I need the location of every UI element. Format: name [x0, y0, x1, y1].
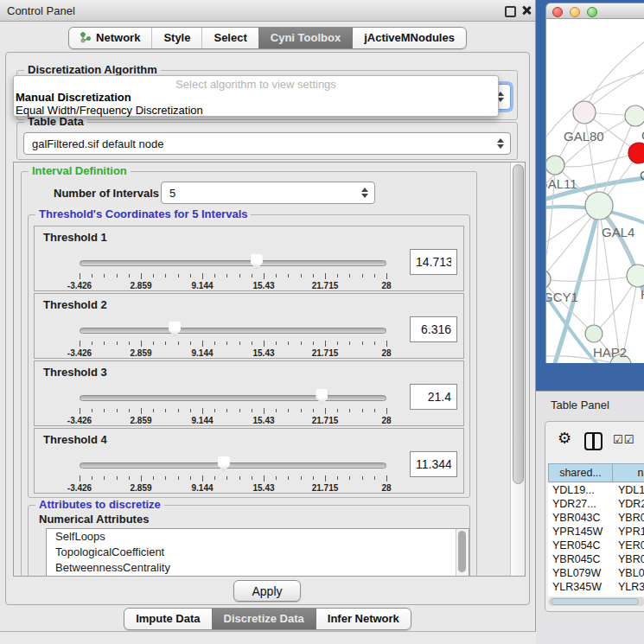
cell-name[interactable]: YIL0	[613, 594, 644, 596]
attributes-scrollbar-thumb[interactable]	[458, 531, 466, 572]
table-row[interactable]: YPR145WYPR1	[548, 525, 644, 539]
table-row[interactable]: YBR045CYBR0	[548, 552, 644, 566]
settings-vertical-scrollbar[interactable]	[510, 163, 525, 576]
slider-handle[interactable]	[169, 322, 181, 337]
attribute-list-item[interactable]: SelfLoops	[47, 529, 469, 545]
tick-minor	[165, 476, 166, 480]
threshold-3-slider[interactable]: -3.4262.8599.14415.4321.71528	[80, 389, 386, 425]
slider-handle[interactable]	[218, 456, 230, 472]
tick-minor	[288, 409, 289, 412]
threshold-2-slider[interactable]: -3.4262.8599.14415.4321.71528	[80, 322, 386, 358]
attribute-list-item[interactable]: TopologicalCoefficient	[47, 545, 469, 560]
column-header-shared-name[interactable]: shared...	[548, 463, 613, 482]
tab-select[interactable]: Select	[201, 28, 258, 48]
table-row[interactable]: YIL052CYIL0	[548, 594, 644, 596]
cell-shared-name[interactable]: YPR145W	[548, 525, 613, 539]
cell-name[interactable]: YBL0	[613, 566, 644, 580]
network-edge[interactable]	[546, 73, 644, 137]
network-canvas[interactable]: GAL80GACGAL11GAL4GCY1HHAP2	[545, 19, 644, 363]
table-row[interactable]: YER054CYER0	[548, 539, 644, 552]
tab-network-label: Network	[96, 31, 140, 44]
cell-name[interactable]: YDR2	[613, 497, 644, 511]
select-columns-icon[interactable]: ☑☑	[613, 433, 634, 446]
close-icon[interactable]	[521, 5, 532, 16]
slider-handle[interactable]	[251, 254, 263, 270]
algorithm-option-manual[interactable]: Manual Discretization	[14, 91, 498, 104]
slider-track[interactable]	[80, 328, 386, 334]
cell-name[interactable]: YDL1	[613, 483, 644, 497]
columns-icon[interactable]	[584, 432, 603, 450]
tab-cyni-toolbox[interactable]: Cyni Toolbox	[258, 28, 352, 48]
threshold-1-slider[interactable]: -3.4262.8599.14415.4321.71528	[80, 254, 386, 290]
cell-name[interactable]: YBR0	[613, 552, 644, 566]
cell-shared-name[interactable]: YDL19...	[548, 483, 613, 497]
table-row[interactable]: YBR043CYBR0	[548, 511, 644, 525]
apply-button[interactable]: Apply	[233, 580, 301, 602]
threshold-3-value-field[interactable]	[410, 384, 457, 410]
tab-style[interactable]: Style	[151, 28, 201, 48]
table-row[interactable]: YDR27...YDR2	[548, 497, 644, 511]
close-traffic-light[interactable]	[552, 7, 563, 17]
slider-handle[interactable]	[316, 389, 328, 405]
table-row[interactable]: YDL19...YDL1	[548, 483, 644, 497]
network-edge[interactable]	[546, 276, 638, 281]
threshold-4-slider[interactable]: -3.4262.8599.14415.4321.71528	[80, 456, 386, 493]
tick-minor	[178, 409, 179, 412]
algorithm-placeholder-option[interactable]: Select algorithm to view settings	[14, 76, 498, 91]
attribute-list-item[interactable]: BetweennessCentrality	[47, 560, 469, 576]
tab-network[interactable]: Network	[69, 28, 151, 48]
table-horizontal-scrollbar[interactable]	[548, 597, 644, 606]
network-edge[interactable]	[584, 41, 644, 112]
cell-shared-name[interactable]: YLR345W	[548, 580, 613, 594]
threshold-4-value-field[interactable]	[410, 451, 457, 477]
slider-track[interactable]	[80, 462, 386, 469]
cell-shared-name[interactable]: YIL052C	[548, 594, 613, 596]
network-edge[interactable]	[555, 153, 639, 167]
network-node[interactable]	[546, 270, 551, 289]
numerical-attributes-list[interactable]: SelfLoopsTopologicalCoefficientBetweenne…	[46, 528, 469, 577]
network-node[interactable]	[628, 143, 644, 163]
table-data-combobox[interactable]: galFiltered.sif default node	[23, 132, 511, 155]
minimize-traffic-light[interactable]	[570, 7, 580, 17]
cell-shared-name[interactable]: YBR045C	[548, 552, 613, 566]
zoom-traffic-light[interactable]	[587, 7, 597, 17]
float-window-icon[interactable]	[505, 6, 516, 17]
network-node[interactable]	[627, 265, 644, 287]
network-node[interactable]	[625, 105, 644, 126]
cell-name[interactable]: YLR3	[613, 580, 644, 594]
tick-label: -3.426	[67, 483, 92, 493]
cell-shared-name[interactable]: YER054C	[548, 539, 613, 552]
settings-scrollpane: Interval Definition Number of Intervals …	[13, 162, 526, 577]
tab-infer-network[interactable]: Infer Network	[316, 609, 411, 629]
tab-discretize-data[interactable]: Discretize Data	[212, 609, 316, 629]
column-header-name[interactable]: na	[613, 463, 644, 482]
table-row[interactable]: YLR345WYLR3	[548, 580, 644, 594]
table-scrollbar-thumb[interactable]	[551, 598, 639, 605]
slider-track[interactable]	[80, 395, 386, 401]
tick-label: 2.859	[130, 348, 151, 358]
number-of-intervals-combobox[interactable]: 5	[161, 182, 375, 204]
tab-jactivemnodules[interactable]: jActiveMNodules	[352, 28, 466, 48]
slider-track[interactable]	[80, 260, 386, 266]
tab-impute-data[interactable]: Impute Data	[124, 609, 211, 629]
tick-minor	[165, 274, 166, 277]
attributes-list-scrollbar[interactable]	[456, 529, 469, 577]
gear-icon[interactable]: ⚙	[558, 430, 571, 446]
network-node[interactable]	[573, 101, 596, 124]
tick-minor	[362, 476, 363, 480]
network-node[interactable]	[585, 325, 603, 342]
network-node[interactable]	[585, 192, 613, 220]
threshold-1-value-field[interactable]	[410, 249, 457, 275]
cell-shared-name[interactable]: YBL079W	[548, 566, 613, 580]
table-row[interactable]: YBL079WYBL0	[548, 566, 644, 580]
settings-scrollbar-thumb[interactable]	[513, 164, 524, 484]
threshold-2-value-field[interactable]	[410, 316, 457, 342]
cell-name[interactable]: YPR1	[613, 525, 644, 539]
cell-shared-name[interactable]: YBR043C	[548, 511, 613, 525]
network-node[interactable]	[546, 156, 564, 175]
cell-name[interactable]: YER0	[613, 539, 644, 552]
cell-shared-name[interactable]: YDR27...	[548, 497, 613, 511]
algorithm-option-equal-width[interactable]: Equal Width/Frequency Discretization	[14, 104, 498, 117]
cell-name[interactable]: YBR0	[613, 511, 644, 525]
network-edge[interactable]	[599, 116, 635, 206]
